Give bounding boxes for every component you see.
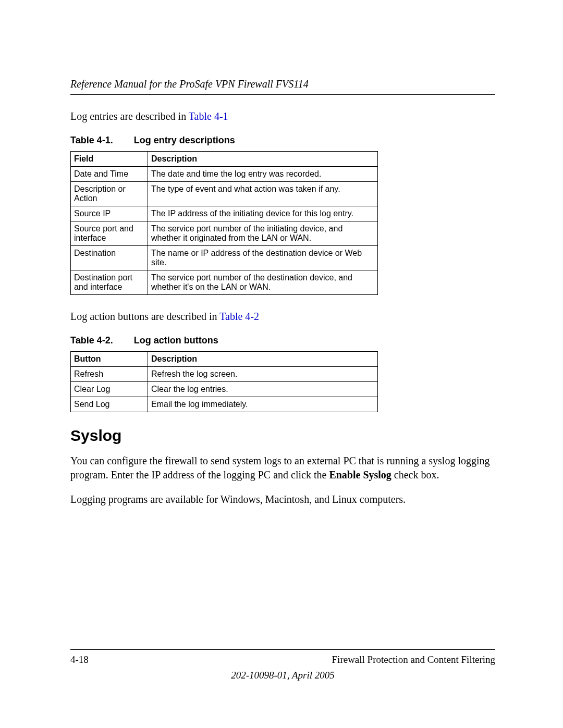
intro-2-prefix: Log action buttons are described in <box>70 311 219 322</box>
table-cell-desc: Clear the log entries. <box>148 382 378 397</box>
table-cell-desc: Refresh the log screen. <box>148 367 378 382</box>
table-cell-button: Send Log <box>71 397 148 412</box>
table-cell-field: Source port and interface <box>71 221 148 246</box>
enable-syslog-label: Enable Syslog <box>329 469 391 480</box>
table-cell-field: Date and Time <box>71 167 148 182</box>
table-cell-field: Destination port and interface <box>71 270 148 295</box>
page-footer: 4-18 Firewall Protection and Content Fil… <box>70 649 495 681</box>
page-number: 4-18 <box>70 654 89 665</box>
table-4-2-number: Table 4-2. <box>70 335 113 346</box>
table-4-2: Button Description Refresh Refresh the l… <box>70 351 378 412</box>
table-cell-desc: The service port number of the destinati… <box>148 270 378 295</box>
table-header-field: Field <box>71 152 148 167</box>
table-cell-field: Destination <box>71 246 148 270</box>
syslog-paragraph-2: Logging programs are available for Windo… <box>70 492 495 507</box>
syslog-paragraph-1: You can configure the firewall to send s… <box>70 454 495 482</box>
table-row: Description or Action The type of event … <box>71 182 378 206</box>
table-cell-button: Refresh <box>71 367 148 382</box>
table-cell-desc: The IP address of the initiating device … <box>148 206 378 221</box>
intro-1-prefix: Log entries are described in <box>70 110 189 122</box>
table-row: Destination port and interface The servi… <box>71 270 378 295</box>
syslog-p1-b: check box. <box>391 469 439 480</box>
table-4-1-caption: Table 4-1.Log entry descriptions <box>70 135 495 146</box>
table-row: Refresh Refresh the log screen. <box>71 367 378 382</box>
table-row: Clear Log Clear the log entries. <box>71 382 378 397</box>
table-4-1: Field Description Date and Time The date… <box>70 151 378 295</box>
section-heading-syslog: Syslog <box>70 427 495 445</box>
table-header-button: Button <box>71 352 148 367</box>
table-row: Field Description <box>71 152 378 167</box>
table-cell-field: Source IP <box>71 206 148 221</box>
table-4-1-number: Table 4-1. <box>70 135 113 145</box>
table-cell-desc: The type of event and what action was ta… <box>148 182 378 206</box>
intro-paragraph-1: Log entries are described in Table 4-1 <box>70 109 495 124</box>
table-4-1-title: Log entry descriptions <box>134 135 235 145</box>
header-rule <box>70 94 495 95</box>
table-row: Date and Time The date and time the log … <box>71 167 378 182</box>
table-cell-button: Clear Log <box>71 382 148 397</box>
table-cell-desc: The name or IP address of the destinatio… <box>148 246 378 270</box>
table-header-desc: Description <box>148 352 378 367</box>
table-header-desc: Description <box>148 152 378 167</box>
table-row: Send Log Email the log immediately. <box>71 397 378 412</box>
table-row: Source IP The IP address of the initiati… <box>71 206 378 221</box>
table-row: Destination The name or IP address of th… <box>71 246 378 270</box>
footer-rule <box>70 649 495 650</box>
table-row: Source port and interface The service po… <box>71 221 378 246</box>
table-4-1-xref[interactable]: Table 4-1 <box>189 110 228 122</box>
running-head: Reference Manual for the ProSafe VPN Fir… <box>70 78 495 90</box>
table-cell-desc: The date and time the log entry was reco… <box>148 167 378 182</box>
table-4-2-xref[interactable]: Table 4-2 <box>219 311 259 322</box>
table-4-2-title: Log action buttons <box>134 335 218 346</box>
table-cell-desc: Email the log immediately. <box>148 397 378 412</box>
table-cell-desc: The service port number of the initiatin… <box>148 221 378 246</box>
chapter-title: Firewall Protection and Content Filterin… <box>332 654 495 665</box>
table-row: Button Description <box>71 352 378 367</box>
intro-paragraph-2: Log action buttons are described in Tabl… <box>70 310 495 324</box>
doc-id-date: 202-10098-01, April 2005 <box>70 670 495 681</box>
table-4-2-caption: Table 4-2.Log action buttons <box>70 335 495 346</box>
document-page: Reference Manual for the ProSafe VPN Fir… <box>0 0 563 728</box>
table-cell-field: Description or Action <box>71 182 148 206</box>
